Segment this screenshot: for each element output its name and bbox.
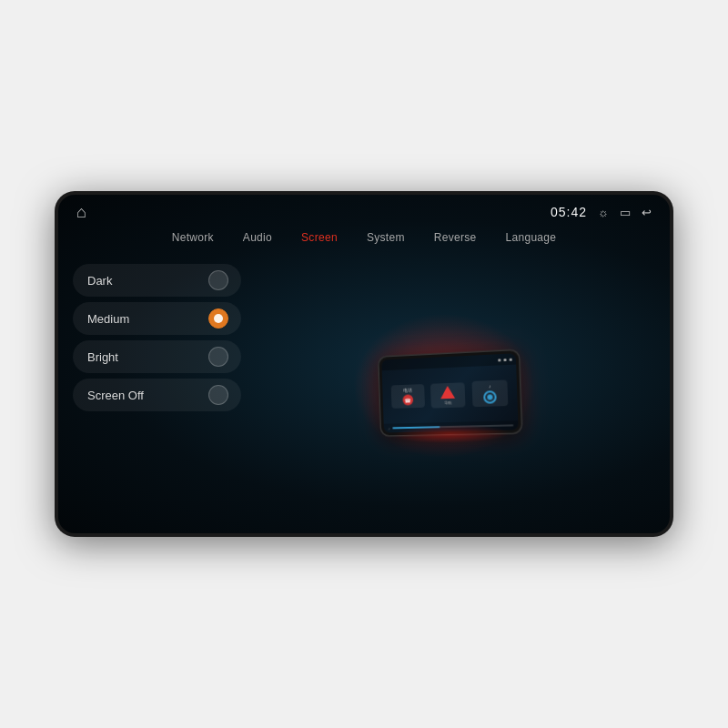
main-screen: ⌂ 05:42 ☼ ▭ ↩ Network Audio Screen Syste… bbox=[58, 195, 670, 533]
mini-music-icon bbox=[483, 390, 497, 404]
option-bright[interactable]: Bright bbox=[73, 340, 241, 373]
mini-content-area: 电话 ☎ 导航 ♪ bbox=[382, 365, 519, 424]
option-dark-label: Dark bbox=[87, 274, 112, 288]
mini-card-nav: 导航 bbox=[430, 382, 466, 408]
mini-card-music-title: ♪ bbox=[489, 383, 491, 389]
mini-card-phone-title: 电话 bbox=[403, 388, 412, 393]
mini-screen-inner: 电话 ☎ 导航 ♪ bbox=[381, 353, 518, 432]
radio-inner-dot bbox=[214, 314, 223, 323]
mini-status-dot-2 bbox=[503, 358, 506, 360]
mini-screen-preview: 电话 ☎ 导航 ♪ bbox=[379, 350, 521, 435]
home-icon[interactable]: ⌂ bbox=[76, 204, 86, 220]
brightness-options-panel: Dark Medium Bright Screen Off bbox=[73, 264, 241, 524]
option-bright-radio[interactable] bbox=[208, 347, 228, 367]
mini-phone-icon: ☎ bbox=[402, 394, 413, 405]
content-area: Dark Medium Bright Screen Off bbox=[58, 255, 670, 533]
nav-screen[interactable]: Screen bbox=[298, 229, 341, 246]
mini-bottom-text: ♪ bbox=[388, 426, 389, 430]
mini-nav-arrow-icon bbox=[440, 385, 455, 399]
option-screen-off-radio[interactable] bbox=[208, 385, 228, 405]
nav-audio[interactable]: Audio bbox=[239, 229, 276, 246]
clock: 05:42 bbox=[551, 205, 587, 219]
mini-card-music: ♪ bbox=[472, 379, 509, 407]
top-right-status: 05:42 ☼ ▭ ↩ bbox=[551, 205, 652, 219]
car-display-device: ⌂ 05:42 ☼ ▭ ↩ Network Audio Screen Syste… bbox=[55, 191, 673, 537]
option-medium-label: Medium bbox=[87, 312, 129, 326]
nav-reverse[interactable]: Reverse bbox=[430, 229, 480, 246]
option-dark[interactable]: Dark bbox=[73, 264, 241, 297]
option-bright-label: Bright bbox=[87, 350, 118, 364]
mini-card-phone: 电话 ☎ bbox=[391, 384, 425, 409]
brightness-icon[interactable]: ☼ bbox=[598, 206, 609, 219]
mini-device: 电话 ☎ 导航 ♪ bbox=[379, 350, 521, 435]
nav-system[interactable]: System bbox=[363, 229, 409, 246]
mini-status-dot-1 bbox=[498, 359, 500, 361]
option-screen-off[interactable]: Screen Off bbox=[73, 379, 241, 411]
option-dark-radio[interactable] bbox=[208, 270, 228, 290]
battery-icon: ▭ bbox=[620, 206, 631, 219]
nav-network[interactable]: Network bbox=[168, 229, 217, 246]
right-preview-panel: 电话 ☎ 导航 ♪ bbox=[241, 264, 655, 524]
option-medium-radio[interactable] bbox=[208, 308, 228, 329]
option-screen-off-label: Screen Off bbox=[87, 389, 144, 402]
nav-bar: Network Audio Screen System Reverse Lang… bbox=[58, 226, 670, 255]
back-icon[interactable]: ↩ bbox=[642, 206, 652, 219]
option-medium[interactable]: Medium bbox=[73, 302, 241, 335]
mini-status-dot-3 bbox=[510, 358, 512, 360]
nav-language[interactable]: Language bbox=[501, 229, 560, 246]
mini-nav-label: 导航 bbox=[445, 399, 452, 404]
top-bar: ⌂ 05:42 ☼ ▭ ↩ bbox=[58, 195, 670, 226]
